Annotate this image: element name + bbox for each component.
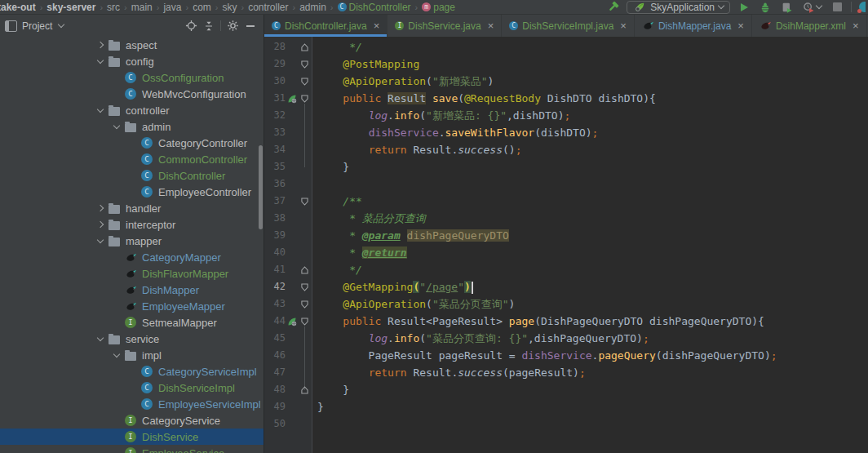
debug-icon[interactable] (759, 1, 772, 13)
tree-item-interceptor[interactable]: interceptor (0, 216, 264, 233)
breadcrumb-item-page[interactable]: mpage (422, 2, 455, 13)
tree-item-dishserviceimpl[interactable]: CDishServiceImpl (0, 380, 264, 396)
notifications-sliver-icon[interactable] (859, 2, 866, 12)
coverage-icon[interactable] (780, 1, 793, 13)
fold-marker-icon[interactable] (298, 283, 312, 291)
breadcrumb-item-take-out[interactable]: take-out (0, 2, 36, 13)
code-text[interactable]: */ (312, 38, 362, 56)
chevron-down-icon[interactable] (92, 60, 108, 63)
tree-item-dishflavormapper[interactable]: DishFlavorMapper (0, 265, 264, 282)
tree-item-config[interactable]: config (0, 53, 264, 69)
request-mapping-icon[interactable] (286, 94, 298, 104)
code-text[interactable]: * @param dishPageQueryDTO (312, 227, 509, 244)
tree-item-employeecontroller[interactable]: CEmployeeController (0, 184, 264, 200)
code-text[interactable]: log.info("新增菜品: {}",dishDTO); (312, 107, 570, 124)
code-text[interactable]: dishService.saveWithFlavor(dishDTO); (312, 124, 598, 141)
code-text[interactable]: @PostMapping (312, 56, 419, 73)
chevron-down-icon[interactable] (92, 240, 108, 242)
breadcrumb-item-src[interactable]: src (107, 2, 120, 13)
code-text[interactable]: PageResult pageResult = dishService.page… (312, 347, 777, 364)
fold-marker-icon[interactable] (298, 386, 312, 394)
tree-item-categoryservice[interactable]: ICategoryService (0, 412, 264, 429)
tree-item-categorymapper[interactable]: CategoryMapper (0, 249, 264, 265)
editor[interactable]: 28 */29 @PostMapping30 @ApiOperation("新增… (264, 37, 868, 453)
tree-item-employeeservice[interactable]: IEmployeeService (0, 445, 264, 453)
code-text[interactable]: */ (312, 261, 362, 278)
fold-marker-icon[interactable] (298, 43, 312, 51)
code-text[interactable]: @GetMapping("/page") (312, 278, 473, 295)
breadcrumb-item-com[interactable]: com (193, 2, 211, 13)
tree-item-handler[interactable]: handler (0, 200, 264, 216)
fold-marker-icon[interactable] (298, 60, 312, 69)
tree-item-employeeserviceimpl[interactable]: CEmployeeServiceImpl (0, 396, 264, 412)
run-icon[interactable] (737, 1, 751, 13)
chevron-right-icon[interactable] (92, 222, 108, 227)
tree-item-categorycontroller[interactable]: CCategoryController (0, 135, 264, 151)
chevron-right-icon[interactable] (92, 42, 108, 47)
breadcrumb-item-admin[interactable]: admin (299, 2, 326, 13)
hide-panel-icon[interactable] (244, 20, 257, 32)
tree-item-dishservice[interactable]: IDishService (0, 429, 264, 445)
tab-close-icon[interactable]: × (852, 20, 859, 31)
code-text[interactable]: return Result.success(); (312, 141, 522, 158)
code-text[interactable]: } (312, 158, 349, 175)
code-text[interactable]: public Result<PageResult> page(DishPageQ… (312, 313, 764, 330)
tab-dishcontroller.java[interactable]: CDishController.java× (264, 15, 388, 37)
run-configuration-select[interactable]: SkyApplication (627, 1, 730, 14)
tab-dishservice.java[interactable]: IDishService.java× (388, 15, 502, 37)
code-text[interactable]: public Result save(@RequestBody DishDTO … (312, 90, 656, 107)
code-text[interactable]: } (312, 398, 324, 415)
breadcrumb-item-main[interactable]: main (131, 2, 153, 13)
locate-icon[interactable] (184, 20, 197, 32)
breadcrumb-item-dishcontroller[interactable]: CDishController (338, 2, 411, 13)
tab-close-icon[interactable]: × (488, 20, 494, 31)
collapse-all-icon[interactable] (202, 20, 215, 32)
tree-scrollbar[interactable] (259, 145, 263, 229)
project-panel-title[interactable]: Project (22, 20, 52, 32)
tree-item-setmealmapper[interactable]: ISetmealMapper (0, 314, 264, 331)
tree-item-dishmapper[interactable]: DishMapper (0, 282, 264, 298)
tree-item-controller[interactable]: controller (0, 102, 264, 118)
fold-marker-icon[interactable] (298, 78, 312, 86)
code-text[interactable]: @ApiOperation("菜品分页查询") (312, 295, 515, 313)
code-text[interactable]: /** (312, 193, 362, 210)
chevron-down-icon[interactable] (108, 354, 125, 357)
settings-icon[interactable] (226, 20, 239, 32)
breadcrumb-item-sky-server[interactable]: sky-server (46, 2, 95, 13)
tree-item-mapper[interactable]: mapper (0, 233, 264, 249)
fold-marker-icon[interactable] (298, 95, 312, 103)
tree-item-admin[interactable]: admin (0, 118, 264, 135)
code-text[interactable]: @ApiOperation("新增菜品") (312, 73, 494, 90)
breadcrumb-item-java[interactable]: java (163, 2, 181, 13)
fold-marker-icon[interactable] (298, 266, 312, 274)
fold-marker-icon[interactable] (298, 300, 312, 309)
tree-item-commoncontroller[interactable]: CCommonController (0, 151, 264, 167)
tab-close-icon[interactable]: × (620, 20, 627, 31)
code-text[interactable]: * @return (312, 244, 407, 261)
code-text[interactable]: return Result.success(pageResult); (312, 364, 586, 381)
fold-marker-icon[interactable] (298, 318, 312, 326)
tree-item-service[interactable]: service (0, 331, 264, 347)
profiler-icon[interactable] (801, 1, 822, 13)
build-hammer-icon[interactable] (606, 1, 619, 13)
tree-item-employeemapper[interactable]: EmployeeMapper (0, 298, 264, 314)
code-text[interactable]: * 菜品分页查询 (312, 210, 426, 227)
fold-marker-icon[interactable] (298, 198, 312, 206)
tree-item-ossconfiguration[interactable]: COssConfiguration (0, 69, 264, 86)
tree-item-dishcontroller[interactable]: CDishController (0, 167, 264, 184)
chevron-right-icon[interactable] (92, 206, 108, 211)
tree-item-categoryserviceimpl[interactable]: CCategoryServiceImpl (0, 363, 264, 380)
code-text[interactable]: } (312, 381, 349, 398)
tree-item-aspect[interactable]: aspect (0, 37, 264, 53)
chevron-down-icon[interactable] (92, 109, 108, 112)
tab-close-icon[interactable]: × (737, 20, 744, 31)
code-text[interactable]: log.info("菜品分页查询: {}",dishPageQueryDTO); (312, 330, 649, 347)
tab-dishserviceimpl.java[interactable]: CDishServiceImpl.java× (502, 15, 635, 37)
tab-dishmapper.java[interactable]: DishMapper.java× (635, 15, 752, 37)
chevron-down-icon[interactable] (108, 126, 125, 128)
breadcrumb-item-controller[interactable]: controller (248, 2, 288, 13)
chevron-down-icon[interactable] (58, 21, 64, 28)
tree-item-webmvcconfiguration[interactable]: CWebMvcConfiguration (0, 86, 264, 102)
tab-close-icon[interactable]: × (374, 20, 380, 31)
tab-dsihmapper.xml[interactable]: DsihMapper.xml× (752, 15, 867, 37)
